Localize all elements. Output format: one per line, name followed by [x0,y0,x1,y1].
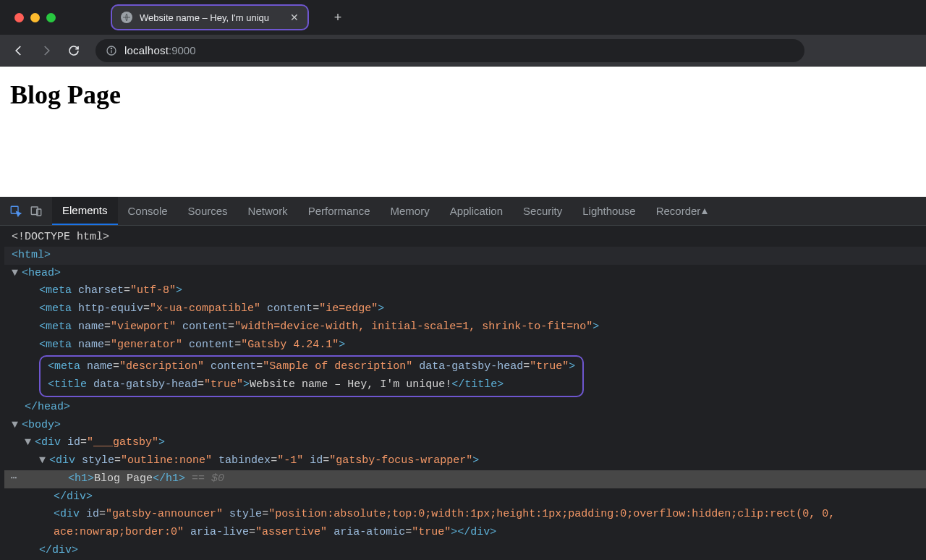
dom-line-div-focus[interactable]: ▼<div style="outline:none" tabindex="-1"… [4,452,926,470]
minimize-window-button[interactable] [30,13,40,22]
new-tab-button[interactable]: + [328,7,348,27]
globe-icon [121,12,132,23]
address-host: localhost:9000 [124,44,196,56]
browser-tabstrip: Website name – Hey, I'm uniqu ✕ + [0,0,926,35]
devtools-tabs: Elements Console Sources Network Perform… [0,197,926,226]
dom-line-title[interactable]: <title data-gatsby-head="true">Website n… [41,376,582,394]
tab-recorder[interactable]: Recorder [646,197,720,225]
highlighted-meta-box: <meta name="description" content="Sample… [39,355,584,397]
dom-line-meta[interactable]: <meta http-equiv="x-ua-compatible" conte… [4,300,926,318]
tab-network[interactable]: Network [238,197,298,225]
tab-title: Website name – Hey, I'm uniqu [140,12,269,23]
tab-elements[interactable]: Elements [52,197,118,225]
dom-line-announcer-2[interactable]: ace:nowrap;border:0" aria-live="assertiv… [4,524,926,542]
dom-line-head-open[interactable]: ▼<head> [4,265,926,283]
device-toggle-icon[interactable] [27,203,45,220]
dom-line-meta[interactable]: <meta name="viewport" content="width=dev… [4,318,926,336]
tab-performance[interactable]: Performance [298,197,381,225]
dom-line-announcer-1[interactable]: <div id="gatsby-announcer" style="positi… [4,506,926,524]
close-window-button[interactable] [14,13,24,22]
dom-line-h1-selected[interactable]: ⋯<h1>Blog Page</h1> == $0 [4,470,926,488]
dom-tree[interactable]: <!DOCTYPE html> <html> ▼<head> <meta cha… [0,226,926,560]
dom-line-focus-close[interactable]: </div> [4,488,926,506]
tab-console[interactable]: Console [118,197,178,225]
svg-point-3 [111,48,111,48]
dom-line-meta-desc[interactable]: <meta name="description" content="Sample… [41,358,582,376]
dom-line-html[interactable]: <html> [4,247,926,265]
reload-button[interactable] [64,41,84,61]
dom-line[interactable]: <!DOCTYPE html> [4,229,926,247]
dom-line-gatsby-close[interactable]: </div> [4,542,926,560]
tab-security[interactable]: Security [513,197,572,225]
window-controls [14,13,56,22]
dom-line-meta[interactable]: <meta name="generator" content="Gatsby 4… [4,336,926,355]
tab-lighthouse[interactable]: Lighthouse [572,197,645,225]
forward-button[interactable] [36,41,56,61]
inspect-icon[interactable] [7,203,25,220]
dom-line-body-open[interactable]: ▼<body> [4,417,926,435]
dom-line-head-close[interactable]: </head> [4,399,926,417]
page-heading: Blog Page [10,80,916,110]
back-button[interactable] [9,41,29,61]
address-bar[interactable]: localhost:9000 [95,39,804,62]
dom-line-div-gatsby[interactable]: ▼<div id="___gatsby"> [4,434,926,452]
page-viewport: Blog Page [0,67,926,197]
devtools-panel: Elements Console Sources Network Perform… [0,197,926,560]
tab-memory[interactable]: Memory [381,197,440,225]
dom-line-meta[interactable]: <meta charset="utf-8"> [4,282,926,300]
tab-application[interactable]: Application [440,197,513,225]
site-info-icon[interactable] [106,45,117,56]
browser-toolbar: localhost:9000 [0,35,926,67]
tab-sources[interactable]: Sources [178,197,238,225]
browser-tab[interactable]: Website name – Hey, I'm uniqu ✕ [111,4,309,30]
maximize-window-button[interactable] [46,13,56,22]
close-tab-icon[interactable]: ✕ [289,11,300,24]
